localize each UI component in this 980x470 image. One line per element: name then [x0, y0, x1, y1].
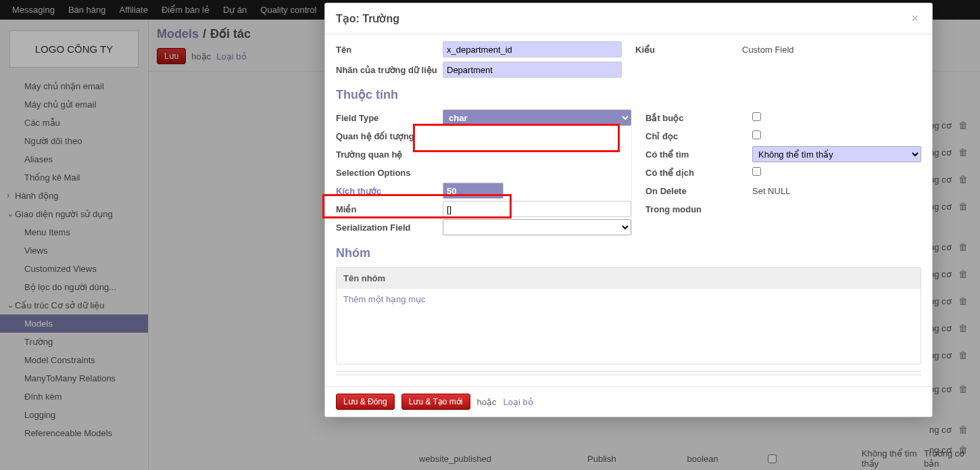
- save-new-button[interactable]: Lưu & Tạo mới: [401, 394, 470, 410]
- label-readonly: Chỉ đọc: [645, 131, 752, 141]
- translatable-checkbox[interactable]: [752, 167, 761, 176]
- label-type: Kiểu: [635, 45, 742, 55]
- groups-heading: Nhóm: [336, 246, 921, 260]
- groups-table: Tên nhóm Thêm một hạng mục: [336, 267, 921, 365]
- label-field-label: Nhãn của trường dữ liệu: [336, 65, 443, 75]
- label-on-delete: On Delete: [645, 186, 752, 196]
- type-value: Custom Field: [742, 45, 921, 55]
- create-field-modal: Tạo: Trường × Tên Kiểu Custom Field Nhãn…: [324, 3, 933, 417]
- label-field-type: Field Type: [336, 113, 443, 123]
- label-searchable: Có thể tìm: [645, 149, 752, 160]
- label-in-module: Trong modun: [645, 204, 752, 214]
- required-checkbox[interactable]: [752, 112, 761, 121]
- label-serialization: Serialization Field: [336, 222, 443, 233]
- on-delete-value: Set NULL: [752, 186, 921, 196]
- field-type-select[interactable]: char: [443, 110, 631, 126]
- field-label-input[interactable]: [443, 62, 622, 78]
- label-size: Kích thước: [336, 186, 443, 196]
- label-translatable: Có thể dịch: [645, 168, 752, 178]
- properties-heading: Thuộc tính: [336, 87, 921, 102]
- groups-th: Tên nhóm: [337, 268, 921, 289]
- domain-input[interactable]: [443, 201, 631, 217]
- serialization-select[interactable]: [443, 219, 631, 235]
- label-required: Bắt buộc: [645, 113, 752, 123]
- modal-title: Tạo: Trường: [336, 12, 399, 25]
- add-group-link[interactable]: Thêm một hạng mục: [343, 294, 426, 304]
- label-related-field: Trường quan hệ: [336, 149, 443, 160]
- save-close-button[interactable]: Lưu & Đóng: [336, 394, 395, 410]
- size-input[interactable]: [443, 183, 504, 199]
- label-domain: Miền: [336, 204, 443, 214]
- close-icon[interactable]: ×: [908, 11, 921, 26]
- label-name: Tên: [336, 45, 443, 55]
- readonly-checkbox[interactable]: [752, 131, 761, 139]
- label-relation: Quan hệ đối tượng: [336, 131, 443, 141]
- searchable-select[interactable]: Không thể tìm thấy: [752, 146, 921, 162]
- label-selection-options: Selection Options: [336, 168, 443, 178]
- discard-link[interactable]: Loại bỏ: [504, 397, 533, 407]
- name-input[interactable]: [443, 41, 622, 57]
